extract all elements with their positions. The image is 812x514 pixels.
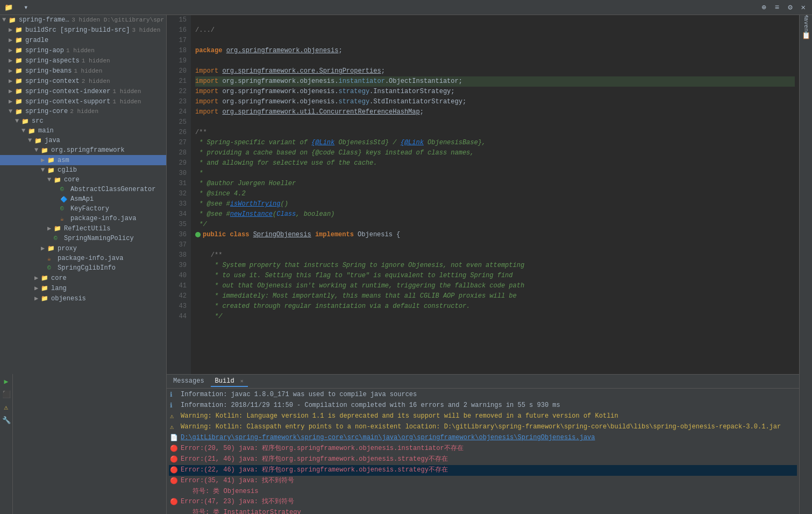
toolbar-settings-icon[interactable]: ⚙ <box>786 2 794 13</box>
line-number-22: 22 <box>171 87 187 97</box>
sidebar-item-spring-context-indexer[interactable]: ▶📁spring-context-indexer 1 hidden <box>0 86 166 96</box>
code-line-25[interactable] <box>195 117 795 128</box>
left-panel-warn-icon[interactable]: ⚠ <box>1 402 12 413</box>
msg-line-11[interactable]: 符号: 类 InstantiatorStrategy <box>169 508 797 514</box>
msg-line-3[interactable]: ⚠Warning: Kotlin: Classpath entry points… <box>169 422 797 433</box>
msg-icon-0: ℹ <box>170 391 179 400</box>
msg-text-0: Information: javac 1.8.0_171 was used to… <box>181 390 796 399</box>
sidebar-item-asm[interactable]: ▶📁asm <box>0 155 166 165</box>
msg-icon-10: 🔴 <box>170 498 179 507</box>
code-line-19[interactable] <box>195 56 795 66</box>
code-line-18[interactable]: package org.springframework.objenesis; <box>195 46 795 56</box>
code-line-30[interactable]: * <box>195 168 795 179</box>
code-line-28[interactable]: * providing a cache based on {@code Clas… <box>195 148 795 158</box>
tree-arrow-src: ▼ <box>15 117 22 125</box>
code-line-34[interactable]: * @see #newInstance(Class, boolean) <box>195 209 795 220</box>
tree-label-spring-aspects: spring-aspects <box>25 57 80 65</box>
code-line-23[interactable]: import org.springframework.objenesis.str… <box>195 97 795 107</box>
sidebar-item-main[interactable]: ▼📁main <box>0 126 166 136</box>
sidebar-item-objenesis[interactable]: ▶📁objenesis <box>0 293 166 304</box>
msg-line-1[interactable]: ℹInformation: 2018/11/29 11:50 - Compila… <box>169 400 797 411</box>
code-line-21[interactable]: import org.springframework.objenesis.ins… <box>195 76 795 87</box>
left-panel-stop-icon[interactable]: ⬛ <box>1 389 12 400</box>
messages-content[interactable]: ℹInformation: javac 1.8.0_171 was used t… <box>167 389 799 514</box>
code-line-26[interactable]: /** <box>195 128 795 138</box>
msg-line-6[interactable]: 🔴Error:(21, 46) java: 程序包org.springframe… <box>169 454 797 465</box>
code-line-40[interactable]: * to use it. Setting this flag to "true"… <box>195 271 795 281</box>
msg-line-2[interactable]: ⚠Warning: Kotlin: Language version 1.1 i… <box>169 411 797 422</box>
code-line-27[interactable]: * Spring-specific variant of {@Link Obje… <box>195 138 795 148</box>
msg-line-8[interactable]: 🔴Error:(35, 41) java: 找不到符号 <box>169 476 797 487</box>
msg-line-10[interactable]: 🔴Error:(47, 23) java: 找不到符号 <box>169 497 797 508</box>
tree-icon-buildSrc: 📁 <box>15 26 24 33</box>
tab-messages[interactable]: Messages <box>169 376 209 387</box>
sidebar-item-lang[interactable]: ▶📁lang <box>0 283 166 293</box>
code-line-22[interactable]: import org.springframework.objenesis.str… <box>195 87 795 97</box>
right-panel-icon-2[interactable]: 📋 <box>801 30 811 41</box>
code-line-35[interactable]: */ <box>195 220 795 230</box>
sidebar-item-package-info2[interactable]: ☕package-info.java <box>0 254 166 263</box>
sidebar-item-spring-core[interactable]: ▼📁spring-core 2 hidden <box>0 107 166 116</box>
code-line-15[interactable] <box>195 15 795 25</box>
tree-label-root: spring-framework [spring] <box>19 16 69 24</box>
msg-icon-4: 📄 <box>170 434 179 443</box>
code-line-38[interactable]: /** <box>195 250 795 260</box>
sidebar-item-java[interactable]: ▼📁java <box>0 136 166 145</box>
sidebar-item-gradle[interactable]: ▶📁gradle <box>0 35 166 45</box>
msg-line-9[interactable]: 符号: 类 Objenesis <box>169 487 797 497</box>
sidebar: ▼📁spring-framework [spring] 3 hidden D:\… <box>0 15 167 514</box>
sidebar-item-proxy[interactable]: ▶📁proxy <box>0 243 166 254</box>
right-panel-icon-1[interactable]: Maven <box>801 17 811 28</box>
sidebar-item-org.springframework[interactable]: ▼📁org.springframework <box>0 145 166 155</box>
code-line-32[interactable]: * @since 4.2 <box>195 189 795 199</box>
sidebar-item-buildSrc[interactable]: ▶📁buildSrc [spring-build-src] 3 hidden <box>0 25 166 35</box>
code-line-44[interactable]: */ <box>195 312 795 322</box>
sidebar-item-spring-beans[interactable]: ▶📁spring-beans 1 hidden <box>0 66 166 76</box>
toolbar-close-icon[interactable]: ✕ <box>799 2 808 13</box>
sidebar-item-ReflectUtils[interactable]: ▶📁ReflectUtils <box>0 223 166 234</box>
sidebar-item-spring-context[interactable]: ▶📁spring-context 2 hidden <box>0 76 166 86</box>
code-line-33[interactable]: * @see #isWorthTrying() <box>195 199 795 209</box>
sidebar-item-root[interactable]: ▼📁spring-framework [spring] 3 hidden D:\… <box>0 15 166 25</box>
msg-line-4[interactable]: 📄D:\gitLibrary\spring-framework\spring-c… <box>169 433 797 443</box>
toolbar-dropdown-icon[interactable]: ▾ <box>22 2 30 13</box>
left-panel-tool-icon[interactable]: 🔧 <box>1 415 12 426</box>
code-line-36[interactable]: public class SpringObjenesis implements … <box>195 230 795 240</box>
code-line-41[interactable]: * out that Objenesis isn't working at ru… <box>195 281 795 291</box>
code-line-37[interactable] <box>195 240 795 250</box>
sidebar-item-cglib[interactable]: ▼📁cglib <box>0 165 166 175</box>
sidebar-item-spring-context-support[interactable]: ▶📁spring-context-support 1 hidden <box>0 96 166 107</box>
sidebar-item-core[interactable]: ▼📁core <box>0 175 166 185</box>
msg-text-2: Warning: Kotlin: Language version 1.1 is… <box>181 412 796 421</box>
sidebar-item-AsmApi[interactable]: 🔷AsmApi <box>0 194 166 204</box>
sidebar-item-src[interactable]: ▼📁src <box>0 116 166 126</box>
tab-build[interactable]: Build ✕ <box>211 376 248 387</box>
msg-line-5[interactable]: 🔴Error:(20, 50) java: 程序包org.springframe… <box>169 443 797 454</box>
sidebar-item-AbstractClassGenerator[interactable]: ©AbstractClassGenerator <box>0 185 166 194</box>
code-line-29[interactable]: * and allowing for selective use of the … <box>195 158 795 168</box>
sidebar-item-KeyFactory[interactable]: ©KeyFactory <box>0 204 166 214</box>
code-line-42[interactable]: * immediately: Most importantly, this me… <box>195 291 795 301</box>
toolbar-sync-icon[interactable]: ⊕ <box>759 2 768 13</box>
run-gutter-icon[interactable] <box>195 232 201 237</box>
code-line-43[interactable]: * created through regular instantiation … <box>195 301 795 312</box>
code-line-17[interactable] <box>195 36 795 46</box>
left-panel-run-icon[interactable]: ▶ <box>1 376 12 387</box>
sidebar-item-spring-aspects[interactable]: ▶📁spring-aspects 1 hidden <box>0 55 166 66</box>
code-container[interactable]: 1516171819202122232425262728293031323334… <box>167 15 799 374</box>
toolbar-collapse-icon[interactable]: ≡ <box>773 2 781 13</box>
sidebar-item-spring-aop[interactable]: ▶📁spring-aop 1 hidden <box>0 45 166 55</box>
sidebar-item-package-info.java[interactable]: ☕package-info.java <box>0 214 166 223</box>
sidebar-item-SpringNamingPolicy[interactable]: ©SpringNamingPolicy <box>0 234 166 243</box>
code-line-39[interactable]: * System property that instructs Spring … <box>195 260 795 271</box>
sidebar-item-SpringCglibInfo[interactable]: ©SpringCglibInfo <box>0 263 166 273</box>
code-line-16[interactable]: /.../ <box>195 25 795 36</box>
sidebar-item-core2[interactable]: ▶📁core <box>0 273 166 283</box>
code-line-31[interactable]: * @author Juergen Hoeller <box>195 179 795 189</box>
code-line-24[interactable]: import org.springframework.util.Concurre… <box>195 107 795 117</box>
code-line-20[interactable]: import org.springframework.core.SpringPr… <box>195 66 795 76</box>
msg-text-6: Error:(21, 46) java: 程序包org.springframew… <box>181 455 796 464</box>
msg-line-0[interactable]: ℹInformation: javac 1.8.0_171 was used t… <box>169 390 797 400</box>
msg-line-7[interactable]: 🔴Error:(22, 46) java: 程序包org.springframe… <box>169 465 797 476</box>
line-number-28: 28 <box>171 148 187 158</box>
